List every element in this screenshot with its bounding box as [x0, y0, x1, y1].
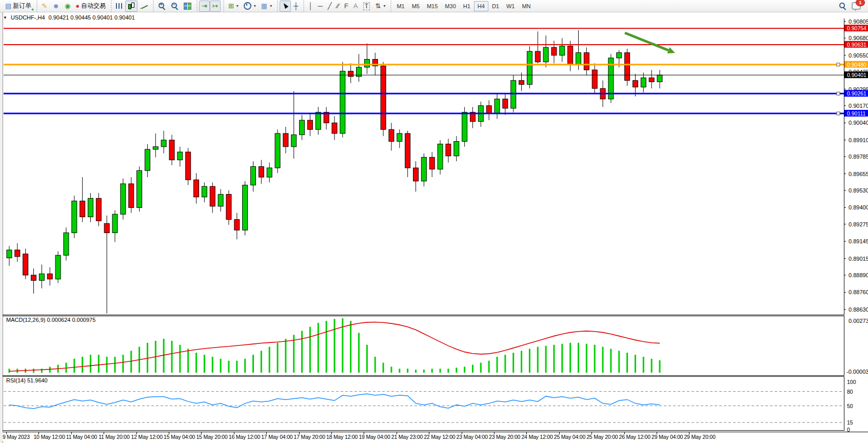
equidistant-channel-icon[interactable]: ∕∕	[334, 1, 342, 12]
timeframe-button-d1[interactable]: D1	[488, 1, 503, 11]
candle-down	[210, 186, 215, 206]
candle-up	[657, 75, 662, 82]
timeframe-button-w1[interactable]: W1	[503, 1, 519, 11]
candle-down	[96, 198, 101, 221]
horizontal-line-icon[interactable]: ─	[315, 1, 325, 12]
crosshair-icon[interactable]: ┼	[291, 1, 301, 12]
rsi-axis-label: 0	[847, 427, 850, 432]
line-chart-icon	[140, 3, 148, 9]
candle-up	[315, 112, 321, 130]
price-tick-label: 0.88630	[849, 306, 868, 313]
main-toolbar: ▤+新订单✎☻◉●自动交易+−⇥↦⊞▾▾▦▾┼│─╱∕∕FAT⇅▾M1M5M15…	[0, 0, 868, 12]
price-line-badge-label: 0.90111	[847, 110, 866, 117]
text-icon: A	[353, 3, 358, 10]
autotrading-button[interactable]: ●自动交易	[73, 1, 108, 12]
candle-down	[47, 274, 52, 279]
candle-up	[576, 53, 581, 65]
text-label-icon[interactable]: T	[361, 1, 373, 12]
timeframe-button-m30[interactable]: M30	[441, 1, 459, 11]
candlestick-chart-icon	[128, 3, 135, 9]
price-line-badge-label: 0.90261	[847, 90, 866, 97]
search-button[interactable]	[836, 1, 849, 12]
time-axis[interactable]: 9 May 202310 May 12:0011 May 04:0011 May…	[3, 432, 868, 441]
expert-advisors-icon[interactable]: ☻	[50, 1, 62, 12]
candle-down	[307, 120, 312, 129]
fibonacci-icon: F	[344, 3, 348, 10]
new-order-button-label: 新订单	[13, 2, 31, 10]
arrows-icon: ⇅	[375, 3, 381, 10]
indicators-icon[interactable]: ⊞▾	[226, 1, 241, 12]
auto-scroll-icon[interactable]: ↦	[210, 1, 221, 12]
candle-up	[340, 71, 345, 133]
candle-down	[15, 250, 20, 257]
indicators-icon: ⊞	[228, 3, 234, 10]
text-icon[interactable]: A	[351, 1, 361, 12]
periods-icon	[244, 2, 251, 10]
candle-up	[543, 47, 548, 62]
time-axis-label: 15 May 20:00	[196, 434, 227, 440]
timeframe-button-h4[interactable]: H4	[474, 1, 488, 11]
print-icon[interactable]: ✎	[39, 1, 50, 12]
chart-shift-icon[interactable]: ⇥	[199, 1, 210, 12]
zoom-out-icon[interactable]: −	[168, 1, 181, 12]
candle-down	[486, 106, 491, 113]
time-axis-label: 19 May 04:00	[359, 434, 390, 440]
line-handle[interactable]	[837, 63, 840, 66]
templates-icon[interactable]: ▦▾	[259, 1, 274, 12]
macd-panel-canvas[interactable]: 0.002731-0.000038	[3, 316, 868, 376]
candle-up	[421, 157, 426, 181]
candle-down	[283, 133, 288, 147]
bar-chart-icon[interactable]	[113, 1, 125, 12]
time-axis-label: 11 May 04:00	[66, 434, 97, 440]
vertical-line-icon[interactable]: │	[306, 1, 315, 12]
rsi-panel-canvas[interactable]: 1008050150	[3, 376, 868, 432]
tile-windows-icon[interactable]	[181, 1, 194, 12]
timeframe-button-m15[interactable]: M15	[423, 1, 441, 11]
trend-arrow-annotation[interactable]	[625, 33, 668, 50]
timeframe-toolbar: M1M5M15M30H1H4D1W1MN	[390, 1, 536, 12]
candle-up	[511, 81, 516, 108]
candle-down	[226, 195, 231, 220]
crosshair-icon: ┼	[293, 3, 298, 10]
candles-layer	[7, 30, 662, 314]
price-line-badge-label: 0.90631	[847, 42, 866, 48]
candle-down	[234, 220, 240, 230]
candle-up	[364, 60, 369, 67]
cursor-icon[interactable]	[280, 1, 291, 12]
candle-up	[218, 195, 223, 206]
main-chart-canvas[interactable]: 0.908050.906800.905500.904250.902950.901…	[3, 18, 868, 316]
signals-icon[interactable]: ◉	[62, 1, 73, 12]
one-click-trading-arrow-icon[interactable]: ▼	[3, 15, 7, 20]
arrows-icon[interactable]: ⇅▾	[372, 1, 388, 12]
fibonacci-icon[interactable]: F	[342, 1, 351, 12]
text-label-icon: T	[363, 2, 370, 10]
timeframe-button-m1[interactable]: M1	[393, 1, 408, 11]
timeframe-button-mn[interactable]: MN	[518, 1, 534, 11]
auto-scroll-icon: ↦	[212, 3, 218, 10]
candlestick-chart-icon[interactable]	[125, 1, 137, 12]
autotrading-button-label: 自动交易	[81, 2, 106, 10]
zoom-in-icon[interactable]: +	[155, 1, 168, 12]
timeframe-button-h1[interactable]: H1	[460, 1, 474, 11]
candle-down	[186, 152, 191, 180]
macd-axis-min-label: -0.000038	[846, 369, 868, 375]
trendline-icon[interactable]: ╱	[325, 1, 334, 12]
toolbar-group: ┼	[277, 1, 302, 12]
candle-up	[397, 133, 402, 141]
line-chart-icon[interactable]	[137, 1, 150, 12]
candle-down	[194, 180, 199, 197]
candle-up	[243, 185, 248, 230]
toolbar-group: ✎☻◉●自动交易	[36, 1, 110, 12]
line-handle[interactable]	[837, 92, 840, 95]
line-handle[interactable]	[837, 112, 840, 115]
equidistant-channel-icon: ∕∕	[337, 3, 339, 10]
new-order-button[interactable]: ▤+新订单	[3, 1, 34, 12]
periods-icon[interactable]: ▾	[241, 1, 259, 12]
candle-down	[104, 223, 109, 233]
time-axis-label: 17 May 04:00	[261, 434, 292, 440]
chat-button[interactable]: 1	[849, 1, 863, 12]
price-line-badge-label: 0.90401	[847, 72, 866, 78]
chart-title-row: ▼ USDCHF-,H4 0.90421 0.90445 0.90401 0.9…	[3, 14, 135, 21]
timeframe-button-m5[interactable]: M5	[408, 1, 423, 11]
time-axis-label: 18 May 12:00	[326, 434, 358, 440]
